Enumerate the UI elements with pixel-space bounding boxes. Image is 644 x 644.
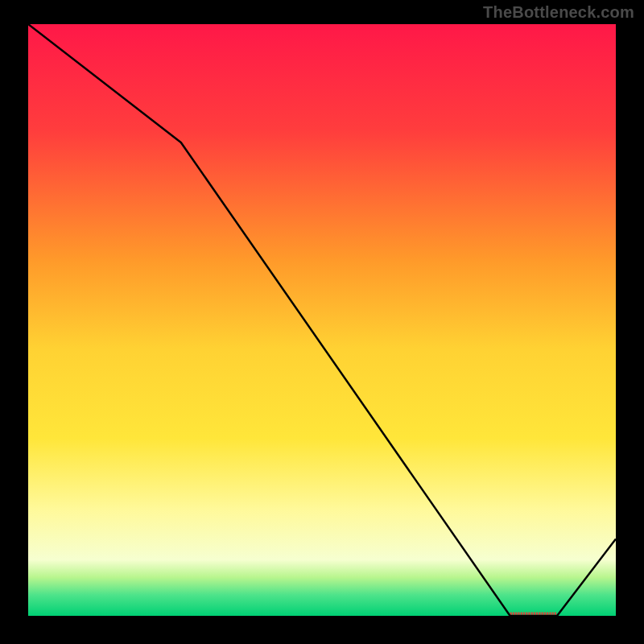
frame-right: [616, 0, 644, 644]
watermark-text: TheBottleneck.com: [483, 3, 634, 22]
frame-left: [0, 0, 28, 644]
bottleneck-chart: [0, 0, 644, 644]
gradient-background: [28, 24, 616, 616]
frame-bottom: [0, 616, 644, 644]
chart-stage: TheBottleneck.com: [0, 0, 644, 644]
